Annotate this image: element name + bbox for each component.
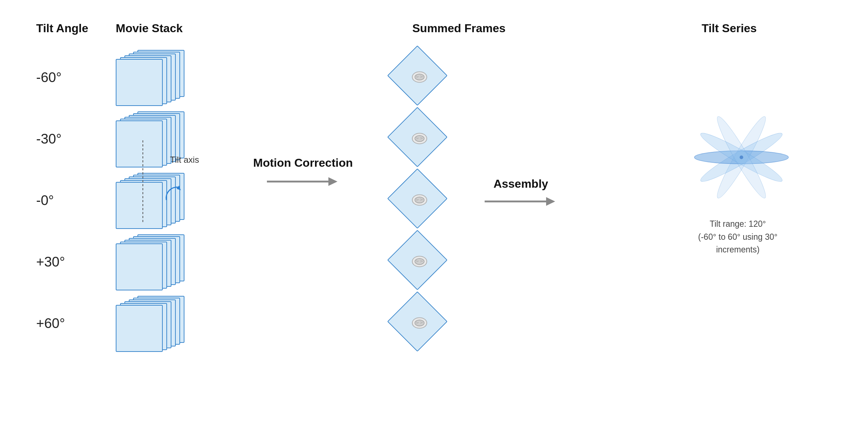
header-summed-frames: Summed Frames xyxy=(412,22,506,35)
header-movie-stack: Movie Stack xyxy=(116,22,246,35)
tilt-angle-label: +30° xyxy=(36,254,109,271)
assembly-group: Assembly xyxy=(485,177,557,209)
tilt-range-detail: (-60° to 60° using 30° increments) xyxy=(698,232,777,255)
svg-marker-19 xyxy=(176,186,181,190)
summed-diamond xyxy=(394,298,445,349)
header-tilt-series: Tilt Series xyxy=(702,22,757,35)
table-row: -0° xyxy=(36,170,188,231)
tilt-angle-label: +60° xyxy=(36,315,109,332)
motion-correction-label: Motion Correction xyxy=(253,156,353,171)
tilt-axis-label: Tilt axis xyxy=(170,155,199,165)
stack-frame xyxy=(116,243,163,290)
assembly-arrow xyxy=(485,194,557,209)
tilt-series-section: Tilt range: 120° (-60° to 60° using 30° … xyxy=(687,101,796,256)
mitochondria-icon xyxy=(410,129,430,150)
table-row: -30° xyxy=(36,109,188,170)
assembly-label: Assembly xyxy=(493,177,548,191)
summed-diamond xyxy=(394,114,445,165)
tilt-series-visual xyxy=(687,101,796,213)
motion-correction-group: Motion Correction xyxy=(253,156,353,189)
summed-diamond xyxy=(394,237,445,288)
svg-marker-65 xyxy=(546,197,555,206)
mitochondria-icon xyxy=(410,313,430,335)
tilt-angle-label: -30° xyxy=(36,131,109,148)
table-row: +30° xyxy=(36,231,188,293)
rows-container: -60° xyxy=(36,47,188,354)
stack-frame xyxy=(116,59,163,106)
movie-stack-pos60 xyxy=(116,296,188,352)
tilt-range-value: Tilt range: 120° xyxy=(710,219,766,229)
summed-row xyxy=(394,170,445,231)
movie-stack-pos30 xyxy=(116,234,188,290)
mitochondria-icon xyxy=(410,252,430,273)
header-tilt-angle: Tilt Angle xyxy=(36,22,109,35)
movie-stack-zero: Tilt axis xyxy=(116,173,188,229)
summed-diamond xyxy=(394,52,445,103)
summed-row xyxy=(394,231,445,293)
summed-row xyxy=(394,293,445,354)
mitochondria-icon xyxy=(410,67,430,89)
page: Tilt Angle Movie Stack Summed Frames Til… xyxy=(0,0,868,434)
tilt-axis-curved-arrow xyxy=(163,184,184,205)
table-row: +60° xyxy=(36,293,188,354)
mitochondria-icon xyxy=(410,190,430,212)
summed-row xyxy=(394,47,445,109)
tilt-range-text: Tilt range: 120° (-60° to 60° using 30° … xyxy=(687,218,788,256)
header-row: Tilt Angle Movie Stack xyxy=(36,22,246,35)
tilt-angle-label: -60° xyxy=(36,69,109,86)
summed-diamond xyxy=(394,175,445,226)
summed-frames-column xyxy=(394,47,445,354)
motion-correction-arrow xyxy=(267,174,339,189)
tilt-angle-label: -0° xyxy=(36,192,109,209)
table-row: -60° xyxy=(36,47,188,109)
summed-row xyxy=(394,109,445,170)
stack-frame xyxy=(116,305,163,352)
tilt-axis-line xyxy=(136,140,150,224)
svg-point-71 xyxy=(740,156,743,159)
movie-stack-neg60 xyxy=(116,50,188,106)
svg-marker-33 xyxy=(328,177,337,186)
